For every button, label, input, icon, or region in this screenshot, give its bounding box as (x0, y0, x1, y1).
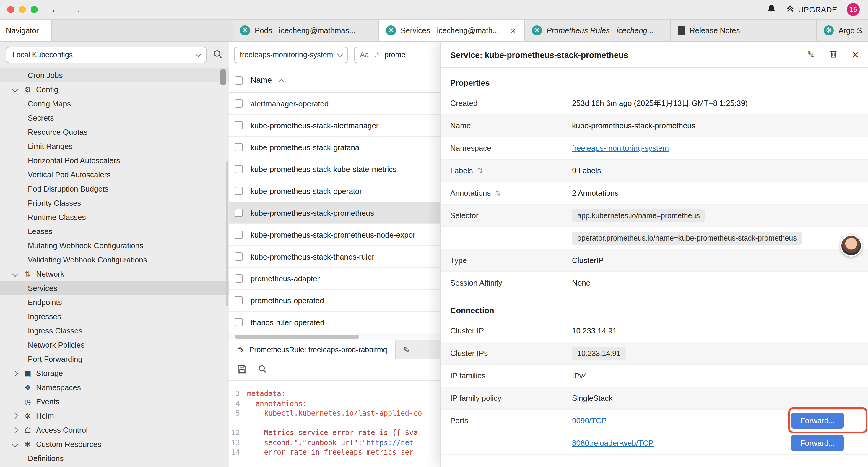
sidebar-item-label: Ingress Classes (28, 326, 83, 335)
trash-icon[interactable] (829, 49, 838, 60)
port-link[interactable]: 9090/TCP (572, 416, 607, 425)
sidebar-item-label: Helm (36, 411, 54, 420)
code-text: metadata: (247, 389, 285, 399)
tab-prometheus-rules-icecheng[interactable]: ☸Prometheus Rules - icecheng... (525, 20, 671, 41)
floating-avatar[interactable] (840, 235, 862, 257)
sidebar-item-helm[interactable]: ☸Helm (0, 408, 229, 423)
sidebar-item-label: Resource Quotas (28, 127, 88, 136)
sidebar-scrollbar[interactable] (226, 162, 228, 306)
sidebar-item-services[interactable]: Services (0, 281, 229, 295)
namespace-filter-select[interactable]: freeleaps-monitoring-system (234, 47, 348, 63)
row-checkbox[interactable] (235, 187, 243, 195)
row-checkbox[interactable] (235, 143, 243, 151)
row-checkbox[interactable] (235, 209, 243, 217)
sidebar-item-secrets[interactable]: Secrets (0, 111, 229, 125)
chevron-down-icon[interactable] (13, 272, 23, 276)
sidebar-item-mutating-webhook-configuration[interactable]: Mutating Webhook Configurations (0, 238, 229, 253)
chevron-down-icon[interactable] (13, 87, 23, 91)
search-icon[interactable] (258, 364, 267, 375)
sidebar-item-label: Limit Ranges (28, 142, 73, 150)
sidebar-item-namespaces[interactable]: ❖Namespaces (0, 380, 229, 394)
sidebar-item-validating-webhook-configurati[interactable]: Validating Webhook Configurations (0, 253, 229, 267)
sidebar-item-network-policies[interactable]: Network Policies (0, 338, 229, 352)
sidebar-item-ingress-classes[interactable]: Ingress Classes (0, 323, 229, 338)
sidebar-item-runtime-classes[interactable]: Runtime Classes (0, 210, 229, 224)
sidebar-item-horizontal-pod-autoscalers[interactable]: Horizontal Pod Autoscalers (0, 153, 229, 167)
select-all-checkbox[interactable] (235, 76, 243, 84)
sidebar-item-storage[interactable]: ▤Storage (0, 366, 229, 380)
sidebar-item-vertical-pod-autoscalers[interactable]: Vertical Pod Autoscalers (0, 167, 229, 181)
sidebar-item-priority-classes[interactable]: Priority Classes (0, 196, 229, 210)
detail-label: Cluster IPs (450, 349, 572, 358)
tab-argo-s[interactable]: ☸Argo S (816, 20, 868, 41)
row-checkbox[interactable] (235, 165, 243, 173)
sidebar-item-endpoints[interactable]: Endpoints (0, 295, 229, 309)
chevron-right-icon[interactable] (13, 371, 23, 375)
zoom-window-button[interactable] (31, 6, 38, 13)
kubeconfig-select[interactable]: Local Kubeconfigs (6, 47, 207, 63)
row-checkbox[interactable] (235, 253, 243, 261)
sidebar-scrollbar-thumb[interactable] (220, 69, 226, 85)
sidebar-item-network[interactable]: ⇅Network (0, 267, 229, 281)
upgrade-button[interactable]: UPGRADE (785, 4, 837, 15)
back-arrow-icon[interactable]: ← (51, 4, 60, 15)
sidebar-item-access-control[interactable]: ☖Access Control (0, 423, 229, 437)
row-checkbox[interactable] (235, 318, 243, 326)
sort-toggle-icon[interactable]: ⇅ (495, 189, 501, 197)
forward-button[interactable]: Forward... (792, 413, 844, 429)
chevron-down-icon[interactable] (13, 442, 23, 446)
sidebar-item-custom-resources[interactable]: ✱Custom Resources (0, 437, 229, 451)
sort-toggle-icon[interactable]: ⇅ (477, 167, 483, 175)
value-chip: operator.prometheus.io/name=kube-prometh… (572, 231, 802, 244)
sidebar-item-pod-disruption-budgets[interactable]: Pod Disruption Budgets (0, 181, 229, 196)
sidebar-item-definitions[interactable]: Definitions (0, 451, 229, 465)
sidebar-item-resource-quotas[interactable]: Resource Quotas (0, 125, 229, 139)
kubernetes-icon: ☸ (240, 25, 250, 35)
row-checkbox[interactable] (235, 121, 243, 129)
sidebar-item-leases[interactable]: Leases (0, 224, 229, 238)
chevron-right-icon[interactable] (13, 428, 23, 432)
notification-count-badge[interactable]: 15 (847, 3, 860, 16)
drawer-header: Service: kube-prometheus-stack-prometheu… (441, 42, 868, 68)
navigator-panel-tab[interactable]: Navigator (0, 20, 52, 41)
forward-arrow-icon[interactable]: → (72, 4, 82, 15)
detail-label: Namespace (450, 144, 572, 152)
port-link[interactable]: 8080:reloader-web/TCP (572, 439, 653, 447)
close-icon[interactable]: × (852, 48, 859, 61)
close-tab-icon[interactable]: × (509, 25, 517, 35)
edit-icon[interactable]: ✎ (807, 49, 815, 60)
sidebar-item-cron-jobs[interactable]: Cron Jobs (0, 68, 229, 82)
tab-services-icecheng-math[interactable]: ☸Services - icecheng@math...× (379, 20, 525, 41)
row-checkbox[interactable] (235, 231, 243, 239)
row-checkbox[interactable] (235, 99, 243, 108)
row-checkbox[interactable] (235, 296, 243, 304)
sidebar-item-limit-ranges[interactable]: Limit Ranges (0, 139, 229, 153)
row-checkbox[interactable] (235, 274, 243, 283)
detail-section-connection: ConnectionCluster IP10.233.14.91Cluster … (441, 294, 868, 455)
tab-pods-icecheng-mathmas[interactable]: ☸Pods - icecheng@mathmas... (233, 20, 379, 41)
close-window-button[interactable] (7, 6, 14, 13)
sidebar-item-port-forwarding[interactable]: Port Forwarding (0, 352, 229, 366)
sidebar-item-events[interactable]: ◷Events (0, 394, 229, 408)
forward-button[interactable]: Forward... (792, 435, 844, 451)
sidebar-item-ingresses[interactable]: Ingresses (0, 309, 229, 323)
chevron-right-icon[interactable] (13, 413, 23, 418)
bell-icon[interactable] (766, 4, 776, 16)
sidebar-item-config-maps[interactable]: Config Maps (0, 96, 229, 111)
value-chip: 10.233.14.91 (572, 347, 626, 360)
resource-name: thanos-ruler-operated (251, 318, 324, 327)
tab-release-notes[interactable]: Release Notes (671, 20, 816, 41)
regex-toggle[interactable]: .* (374, 51, 379, 59)
editor-tab-partial[interactable]: ✎ (396, 341, 417, 359)
resource-name: kube-prometheus-stack-prometheus-node-ex… (251, 230, 415, 239)
resource-search-input[interactable]: Aa .* prome (354, 47, 454, 63)
search-icon[interactable] (213, 49, 223, 61)
editor-tab-prometheusrule[interactable]: ✎ PrometheusRule: freeleaps-prod-rabbitm… (229, 341, 396, 359)
sidebar-item-config[interactable]: ⚙Config (0, 82, 229, 96)
horizontal-scrollbar-thumb[interactable] (235, 334, 359, 339)
save-icon[interactable] (237, 364, 247, 376)
namespace-link[interactable]: freeleaps-monitoring-system (572, 144, 669, 152)
minimize-window-button[interactable] (19, 6, 26, 13)
chevron-down-icon (337, 51, 343, 57)
match-case-toggle[interactable]: Aa (360, 51, 369, 59)
